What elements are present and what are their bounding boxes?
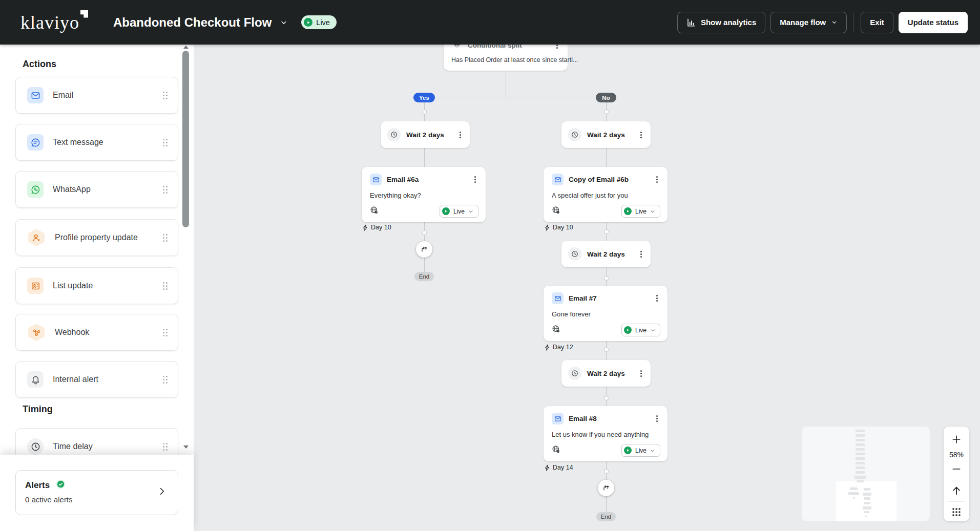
zoom-out-button[interactable] (944, 462, 969, 476)
drag-handle[interactable] (163, 376, 168, 384)
node-menu-kebab-icon[interactable] (653, 294, 660, 303)
sidebar-item-internal-alert[interactable]: Internal alert (15, 361, 178, 398)
drag-handle[interactable] (163, 443, 168, 451)
toolbar-divider (948, 501, 965, 502)
drag-handle[interactable] (163, 282, 168, 290)
sidebar-item-webhook[interactable]: Webhook (15, 314, 178, 351)
sidebar-item-whatsapp[interactable]: WhatsApp (15, 171, 178, 208)
bell-icon (27, 371, 44, 388)
flow-title: Abandoned Checkout Flow (113, 15, 272, 30)
email-node[interactable]: Email #8 Let us know if you need anythin… (544, 406, 668, 461)
clock-icon (568, 247, 581, 261)
flow-title-chevron-down-icon[interactable] (280, 18, 288, 27)
connector-dot (604, 396, 609, 400)
clock-icon (27, 438, 44, 455)
connector-line (606, 148, 607, 167)
live-status-icon (624, 207, 632, 215)
node-menu-kebab-icon[interactable] (637, 250, 644, 259)
node-menu-kebab-icon[interactable] (653, 414, 660, 423)
sidebar-item-profile-property-update[interactable]: Profile property update (15, 219, 178, 256)
drag-handle[interactable] (163, 234, 168, 242)
end-label: End (414, 272, 434, 281)
scrollbar-up-arrow[interactable] (183, 46, 189, 49)
email-node[interactable]: Email #6a Everything okay? Live (362, 167, 486, 222)
connector-dot (604, 347, 609, 352)
manage-flow-button[interactable]: Manage flow (770, 12, 847, 33)
day-marker: Day 14 (545, 464, 573, 471)
sidebar-item-email[interactable]: Email (15, 77, 178, 114)
clock-icon (568, 128, 581, 141)
drag-handle[interactable] (163, 139, 168, 146)
grid-apps-button[interactable] (944, 504, 969, 520)
scrollbar-down-arrow[interactable] (183, 445, 189, 449)
scroll-to-top-button[interactable] (944, 483, 969, 498)
email-icon (370, 174, 382, 185)
node-menu-kebab-icon[interactable] (637, 131, 644, 139)
connector-dot (604, 276, 609, 281)
alerts-title: Alerts (25, 480, 50, 491)
lightning-icon (363, 224, 368, 231)
status-value: Live (635, 208, 647, 215)
zoom-level: 58% (944, 451, 969, 459)
lightning-icon (545, 224, 550, 231)
node-menu-kebab-icon[interactable] (637, 369, 644, 378)
connector-dot (604, 469, 609, 474)
status-dropdown[interactable]: Live (621, 205, 660, 218)
end-label: End (596, 512, 616, 521)
drag-handle[interactable] (163, 92, 168, 99)
go-to-step-button[interactable] (598, 480, 614, 496)
klaviyo-flow-editor: Conditional split Has Placed Order at le… (0, 0, 980, 531)
connector-dot (422, 110, 427, 114)
klaviyo-flag-icon (80, 10, 88, 18)
email-icon (552, 413, 564, 424)
email-node[interactable]: Email #7 Gone forever Live (544, 286, 668, 341)
exit-button[interactable]: Exit (861, 12, 893, 33)
node-menu-kebab-icon[interactable] (653, 175, 660, 184)
check-circle-icon (55, 479, 66, 492)
alerts-card[interactable]: Alerts 0 active alerts (15, 470, 178, 515)
node-title: Copy of Email #6b (569, 176, 629, 183)
utm-globe-icon (552, 325, 560, 335)
chevron-right-icon[interactable] (158, 487, 166, 498)
wait-node[interactable]: Wait 2 days (561, 360, 651, 387)
status-dropdown[interactable]: Live (621, 444, 660, 457)
branch-label-no: No (596, 93, 616, 102)
day-marker: Day 10 (545, 224, 573, 231)
zoom-in-button[interactable] (944, 433, 969, 446)
node-menu-kebab-icon[interactable] (471, 175, 478, 184)
node-title: Email #7 (569, 294, 597, 302)
status-dropdown[interactable]: Live (621, 324, 660, 336)
utm-globe-icon (552, 206, 560, 217)
status-dropdown[interactable]: Live (440, 205, 478, 218)
lightning-icon (545, 344, 550, 351)
day-marker: Day 12 (545, 344, 573, 351)
minimap[interactable] (802, 427, 930, 521)
webhook-icon (27, 324, 46, 341)
go-to-step-button[interactable] (416, 241, 432, 258)
drag-handle[interactable] (163, 186, 168, 194)
chevron-down-icon (650, 328, 655, 333)
email-node[interactable]: Copy of Email #6b A special offer just f… (544, 167, 668, 222)
drag-handle[interactable] (163, 329, 168, 336)
update-status-button[interactable]: Update status (899, 12, 968, 33)
show-analytics-button[interactable]: Show analytics (677, 12, 765, 33)
chevron-down-icon (650, 209, 655, 214)
actions-heading: Actions (23, 59, 56, 70)
whatsapp-icon (27, 181, 44, 198)
wait-node[interactable]: Wait 2 days (381, 121, 470, 148)
list-update-icon (27, 278, 44, 294)
branch-label-yes: Yes (413, 93, 435, 102)
day-marker: Day 10 (363, 224, 391, 231)
node-title: Email #6a (387, 176, 419, 183)
flow-canvas[interactable]: Conditional split Has Placed Order at le… (194, 0, 980, 531)
sidebar-item-text-message[interactable]: Text message (15, 124, 178, 161)
wait-node[interactable]: Wait 2 days (561, 121, 651, 148)
status-value: Live (635, 447, 647, 454)
sidebar-item-list-update[interactable]: List update (15, 267, 178, 304)
node-menu-kebab-icon[interactable] (456, 131, 464, 139)
email-icon (552, 174, 564, 185)
wait-node[interactable]: Wait 2 days (561, 241, 651, 267)
scrollbar-thumb[interactable] (182, 51, 189, 227)
live-status-icon (624, 326, 632, 334)
email-subject: A special offer just for you (552, 192, 660, 199)
